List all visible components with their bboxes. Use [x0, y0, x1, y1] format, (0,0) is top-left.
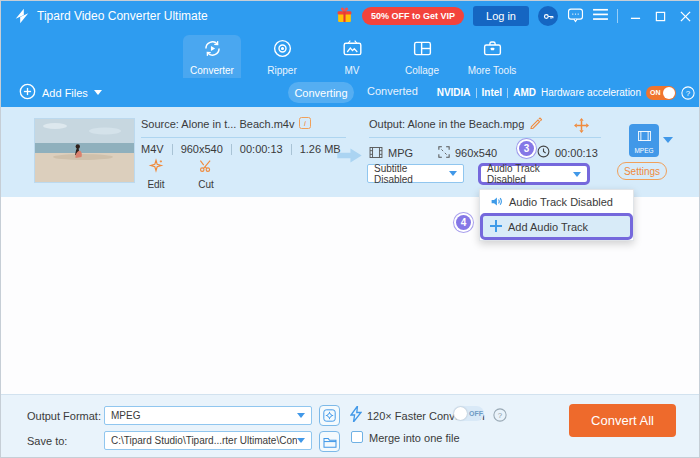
info-icon[interactable]: i [299, 115, 311, 133]
tab-converter[interactable]: Converter [183, 35, 241, 78]
video-thumbnail [34, 118, 135, 183]
menu-icon[interactable] [593, 7, 608, 25]
titlebar: Tipard Video Converter Ultimate 50% OFF … [1, 1, 700, 31]
menu-item-add-audio-track-label: Add Audio Track [508, 221, 588, 233]
chevron-down-icon [297, 438, 305, 443]
vendor-nvidia: NVIDIA [437, 87, 471, 98]
tab-collage[interactable]: Collage [393, 35, 451, 78]
lightning-icon [350, 406, 362, 426]
save-to-dropdown[interactable]: C:\Tipard Studio\Tipard...rter Ultimate\… [104, 431, 312, 450]
chevron-down-icon [449, 171, 457, 176]
vendor-amd: AMD [513, 87, 536, 98]
app-logo-icon [13, 7, 31, 29]
tab-ripper[interactable]: Ripper [253, 35, 311, 78]
step-4-badge: 4 [456, 215, 471, 230]
maximize-button[interactable] [652, 6, 668, 26]
vendor-divider [507, 88, 508, 98]
output-format-info: MPG [369, 144, 413, 162]
login-button[interactable]: Log in [473, 6, 529, 26]
faster-help-icon[interactable]: ? [493, 408, 507, 426]
subtitle-dropdown-value: Subtitle Disabled [374, 163, 449, 185]
source-duration: 00:00:13 [240, 143, 283, 155]
plus-icon [490, 220, 502, 234]
output-line: Output: Alone in the Beach.mpg [369, 115, 542, 133]
hardware-acceleration-toggle[interactable]: ON [646, 86, 676, 100]
converter-icon [202, 38, 223, 63]
profile-label: MPEG [634, 147, 653, 154]
profile-caret-icon[interactable] [663, 137, 673, 143]
tab-collage-label: Collage [405, 65, 439, 76]
footer-bar: Output Format: MPEG Save to: C:\Tipard S… [1, 394, 700, 458]
meta-divider [231, 144, 232, 155]
gift-icon[interactable] [336, 6, 353, 27]
hardware-acceleration-label: Hardware acceleration [541, 87, 641, 98]
settings-button[interactable]: Settings [617, 162, 667, 180]
clock-icon [537, 144, 550, 162]
convert-all-button[interactable]: Convert All [569, 404, 676, 437]
source-filename: Source: Alone in t... Beach.m4v [141, 118, 294, 130]
toolbox-icon [482, 38, 503, 63]
toggle-knob [454, 407, 467, 420]
file-row[interactable]: Source: Alone in t... Beach.m4v i M4V 96… [1, 107, 700, 197]
edit-label: Edit [147, 179, 164, 190]
svg-text:?: ? [686, 89, 691, 98]
minimize-button[interactable] [627, 6, 643, 26]
output-format-dropdown[interactable]: MPEG [104, 406, 312, 425]
edit-wand-icon [148, 158, 164, 177]
rename-pencil-icon[interactable] [529, 115, 542, 133]
menu-item-add-audio-track[interactable]: Add Audio Track [480, 213, 633, 240]
add-files-button[interactable]: Add Files [19, 83, 102, 102]
ripper-icon [272, 38, 293, 63]
sub-toolbar: Add Files Converting Converted NVIDIA In… [1, 78, 700, 107]
cut-label: Cut [198, 179, 214, 190]
converted-tab[interactable]: Converted [367, 85, 418, 97]
hardware-acceleration-group: NVIDIA Intel AMD Hardware acceleration O… [437, 78, 695, 107]
help-icon[interactable]: ? [681, 86, 695, 100]
tab-more-tools-label: More Tools [468, 65, 517, 76]
tab-ripper-label: Ripper [267, 65, 296, 76]
tab-mv[interactable]: MV [323, 35, 381, 78]
promo-badge[interactable]: 50% OFF to Get VIP [362, 7, 464, 25]
meta-divider [291, 144, 292, 155]
collage-icon [412, 38, 433, 63]
save-to-dropdown-value: C:\Tipard Studio\Tipard...rter Ultimate\… [111, 435, 297, 446]
feedback-icon[interactable] [567, 6, 584, 27]
toggle-on-label: ON [650, 89, 661, 96]
chevron-down-icon [573, 172, 581, 177]
output-format-value: MPG [388, 147, 413, 159]
audio-track-menu: Audio Track Disabled Add Audio Track [479, 189, 634, 241]
output-duration-info[interactable]: 00:00:13 [537, 144, 598, 162]
converting-tab[interactable]: Converting [288, 82, 354, 103]
output-resolution-info: 960x540 [438, 144, 497, 162]
output-resolution-value: 960x540 [455, 147, 497, 159]
register-key-icon[interactable] [538, 6, 558, 26]
profile-film-icon [638, 127, 651, 145]
output-profile-button[interactable]: MPEG [629, 124, 659, 157]
profile-settings-button[interactable] [319, 405, 340, 426]
chevron-down-icon [297, 413, 305, 418]
audio-track-dropdown[interactable]: Audio Track Disabled [478, 163, 590, 185]
edit-button[interactable]: Edit [141, 158, 171, 190]
app-title: Tipard Video Converter Ultimate [37, 9, 208, 23]
subtitle-dropdown[interactable]: Subtitle Disabled [367, 164, 464, 183]
cut-button[interactable]: Cut [191, 158, 221, 190]
tab-more-tools[interactable]: More Tools [463, 35, 521, 78]
move-handle-icon[interactable] [574, 118, 589, 137]
app-window: Tipard Video Converter Ultimate 50% OFF … [0, 0, 700, 458]
output-divider [369, 137, 601, 138]
merge-checkbox[interactable] [351, 431, 363, 443]
faster-conversion-toggle[interactable]: OFF [453, 406, 484, 421]
titlebar-divider [617, 9, 618, 23]
close-button[interactable] [677, 6, 693, 26]
source-media-info: M4V 960x540 00:00:13 1.26 MB [141, 143, 341, 155]
menu-item-audio-disabled[interactable]: Audio Track Disabled [480, 190, 633, 214]
main-nav: Converter Ripper MV Collage [1, 31, 700, 78]
speaker-muted-icon [490, 195, 503, 210]
add-files-label: Add Files [42, 87, 88, 99]
cut-scissors-icon [198, 158, 214, 177]
film-icon [369, 144, 383, 162]
source-divider [141, 137, 346, 138]
tab-converter-label: Converter [190, 65, 234, 76]
open-folder-button[interactable] [319, 431, 340, 452]
step-3-badge: 3 [519, 141, 534, 156]
